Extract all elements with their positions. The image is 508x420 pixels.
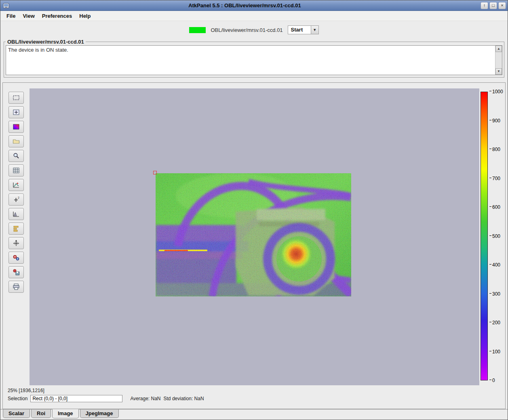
zoom-button[interactable] — [8, 150, 24, 162]
colorbar-tick: 100 — [489, 349, 500, 355]
menu-help[interactable]: Help — [76, 12, 94, 20]
axes-cross-icon — [12, 239, 21, 247]
colorbar-tick: 400 — [489, 262, 500, 268]
shade-button[interactable]: ↑ — [481, 2, 488, 9]
printer-icon — [12, 283, 21, 291]
axes-settings-button[interactable] — [8, 237, 24, 249]
device-name-label: OBL/liveviewer/mrsv.01-ccd.01 — [211, 27, 282, 33]
stddev-label: Std deviation: NaN — [164, 396, 204, 401]
selection-rect-icon — [12, 94, 21, 102]
device-status-text: The device is in ON state. — [8, 47, 68, 53]
image-settings-button[interactable] — [8, 252, 24, 264]
colorbar-tick: 800 — [489, 147, 500, 152]
colorbar-tick: 700 — [489, 176, 500, 181]
colorbar-gradient — [481, 92, 488, 380]
chevron-down-icon[interactable]: ▼ — [311, 26, 318, 34]
status-scrollbar[interactable]: ▲ ▼ — [495, 46, 502, 75]
crosshair-rect-icon — [12, 108, 21, 116]
ccd-false-color-image — [156, 173, 351, 296]
roi-marker — [153, 171, 157, 174]
titlebar[interactable]: AtkPanel 5.5 : OBL/liveviewer/mrsv.01-cc… — [0, 0, 508, 11]
zoom-info-label: 25% [1936,1216] — [3, 387, 505, 395]
vertical-profile-button[interactable] — [8, 223, 24, 235]
gear-disk-icon — [12, 268, 21, 276]
close-button[interactable]: × — [498, 2, 506, 9]
colorbar-tick: 900 — [489, 118, 500, 124]
tab-roi[interactable]: Roi — [31, 410, 51, 418]
window-title: AtkPanel 5.5 : OBL/liveviewer/mrsv.01-cc… — [10, 2, 479, 8]
selection-label: Selection — [8, 396, 27, 401]
save-settings-button[interactable] — [8, 266, 24, 278]
device-command-row: OBL/liveviewer/mrsv.01-ccd.01 Start ▼ — [0, 21, 508, 39]
viewer-status-zone: 25% [1936,1216] Selection Average: NaN S… — [3, 385, 505, 409]
menu-view[interactable]: View — [19, 12, 38, 20]
image-viewer-panel: 2 — [2, 82, 506, 409]
horizontal-profile-button[interactable] — [8, 179, 24, 191]
device-status-group: OBL/liveviewer/mrsv.01-ccd.01 The device… — [4, 39, 504, 78]
average-label: Average: NaN — [130, 396, 160, 401]
histogram-button[interactable] — [8, 208, 24, 220]
gears-icon — [12, 254, 21, 262]
colorbar-tick: 600 — [489, 204, 500, 210]
colorbar-labels: 1000 900 800 700 600 500 400 300 200 100… — [489, 92, 505, 380]
svg-text:2: 2 — [18, 196, 19, 199]
open-file-button[interactable] — [8, 135, 24, 147]
line-profile-icon — [12, 181, 21, 189]
device-status-group-title: OBL/liveviewer/mrsv.01-ccd.01 — [6, 39, 86, 45]
selection-input[interactable] — [30, 395, 122, 402]
grid-icon — [12, 166, 21, 174]
viewer-toolbar: 2 — [3, 88, 30, 385]
menu-file[interactable]: File — [3, 12, 19, 20]
menubar: File View Preferences Help — [0, 11, 508, 21]
color-scale-column: 1000 900 800 700 600 500 400 300 200 100… — [479, 88, 505, 385]
tab-image[interactable]: Image — [52, 409, 79, 418]
device-state-led — [189, 27, 206, 33]
magnifier-icon — [12, 152, 21, 160]
colormap-settings-button[interactable] — [8, 121, 24, 133]
open-folder-icon — [12, 137, 21, 145]
scroll-up-icon[interactable]: ▲ — [495, 46, 502, 52]
maximize-button[interactable]: □ — [489, 2, 497, 9]
image-canvas[interactable] — [30, 88, 479, 385]
app-icon — [2, 2, 10, 10]
command-combobox-value: Start — [288, 26, 311, 34]
colorbar-tick: 1000 — [489, 89, 503, 94]
colorbar-tick: 0 — [489, 378, 495, 383]
selection-tool-button[interactable] — [8, 92, 24, 104]
colorbar-tick: 300 — [489, 291, 500, 297]
bar-profile-icon — [12, 225, 21, 233]
histogram-icon — [12, 210, 21, 218]
tab-jpegimage[interactable]: JpegImage — [80, 410, 119, 418]
zoom-selection-button[interactable] — [8, 106, 24, 118]
menu-preferences[interactable]: Preferences — [38, 12, 76, 20]
print-button[interactable] — [8, 281, 24, 293]
colorbar-tick: 500 — [489, 233, 500, 239]
command-combobox[interactable]: Start ▼ — [288, 25, 319, 34]
pixel-table-button[interactable] — [8, 164, 24, 176]
tab-scalar[interactable]: Scalar — [3, 410, 30, 418]
fit-profile-button[interactable]: 2 — [8, 193, 24, 206]
scroll-down-icon[interactable]: ▼ — [495, 68, 502, 75]
device-status-textarea[interactable]: The device is in ON state. ▲ ▼ — [6, 45, 502, 75]
colormap-icon — [12, 123, 21, 131]
crosshair-squared-icon: 2 — [12, 195, 21, 204]
colorbar-tick: 200 — [489, 320, 500, 326]
atkpanel-window: AtkPanel 5.5 : OBL/liveviewer/mrsv.01-cc… — [0, 0, 508, 420]
attribute-tabbar: Scalar Roi Image JpegImage — [0, 409, 508, 420]
